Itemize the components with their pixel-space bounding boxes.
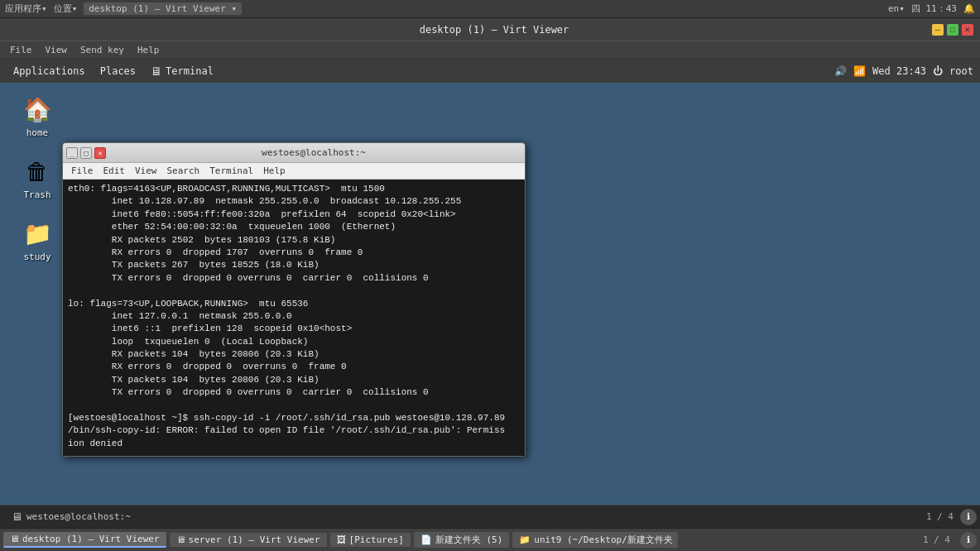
taskbar-terminal-icon: 🖥 [10,510,23,524]
terminal-maximize-btn[interactable]: □ [80,147,92,159]
terminal-line-12: inet6 ::1 prefixlen 128 scopeid 0x10<hos… [68,323,520,335]
guest-taskbar-info-btn[interactable]: ℹ [960,509,977,525]
guest-desktop: Applications Places 🖥 Terminal 🔊 📶 Wed 2… [0,60,980,528]
guest-user-label: root [949,65,973,77]
terminal-line-9 [68,285,520,297]
terminal-line-19: [westoes@localhost ~]$ ssh-copy-id -i /r… [68,412,520,424]
host-taskbar-server-label: server (1) – Virt Viewer [189,534,320,545]
host-taskbar-files1-label: 新建文件夹 (5) [435,534,503,546]
home-folder-label: home [26,127,49,138]
terminal-line-1: eth0: flags=4163<UP,BROADCAST,RUNNING,MU… [68,183,520,195]
host-topbar-left: 应用程序▾ 位置▾ desktop (1) – Virt Viewer ▾ [5,2,242,15]
host-taskbar-server[interactable]: 🖥 server (1) – Virt Viewer [170,533,327,547]
guest-clock: Wed 23:43 [872,65,926,77]
host-notify-icon[interactable]: 🔔 [963,3,975,14]
host-window-title-menu[interactable]: desktop (1) – Virt Viewer ▾ [84,2,242,15]
terminal-line-21: ion denied [68,438,520,450]
host-taskbar: 🖥 desktop (1) – Virt Viewer 🖥 server (1)… [0,528,980,551]
terminal-window-controls: _ □ ✕ [66,147,106,159]
terminal-menu-help[interactable]: Help [258,165,291,177]
terminal-menu-edit[interactable]: Edit [98,165,131,177]
terminal-line-5: RX packets 2502 bytes 180103 (175.8 KiB) [68,234,520,247]
terminal-minimize-btn[interactable]: _ [66,147,78,159]
guest-taskbar: 🖥 westoes@localhost:~ 1 / 4 ℹ [0,505,980,528]
guest-panel-right: 🔊 📶 Wed 23:43 ⏻ root [834,65,973,77]
terminal-line-2: inet 10.128.97.89 netmask 255.255.0.0 br… [68,195,520,208]
host-taskbar-files2[interactable]: 📁 unit9 (~/Desktop/新建文件夹 (5))... [512,532,678,548]
host-taskbar-pictures-label: [Pictures] [349,534,404,545]
terminal-close-btn[interactable]: ✕ [94,147,106,159]
terminal-icon: 🖥 [151,65,162,78]
guest-volume-icon[interactable]: 🔊 [834,65,847,77]
virt-menu-view[interactable]: View [39,43,74,57]
desktop-icon-trash[interactable]: 🗑 Trash [8,155,66,200]
terminal-line-18 [68,400,520,412]
host-taskbar-desktop-icon: 🖥 [10,534,19,544]
maximize-button[interactable]: □ [947,24,958,36]
guest-applications-menu[interactable]: Applications [7,64,92,79]
terminal-menu-search[interactable]: Search [162,165,205,177]
guest-panel-left: Applications Places 🖥 Terminal [7,63,220,79]
host-app-menu[interactable]: 应用程序▾ [5,2,47,15]
guest-terminal-menu[interactable]: 🖥 Terminal [144,63,220,79]
trash-icon: 🗑 [21,155,54,188]
terminal-line-16: TX packets 104 bytes 20806 (20.3 KiB) [68,374,520,386]
host-topbar: 应用程序▾ 位置▾ desktop (1) – Virt Viewer ▾ en… [0,0,980,18]
terminal-menubar: File Edit View Search Terminal Help [63,163,525,180]
trash-label: Trash [23,189,50,200]
host-taskbar-pictures-icon: 🖼 [337,534,346,545]
virt-viewer-titlebar: desktop (1) – Virt Viewer ─ □ ✕ [0,18,980,41]
taskbar-terminal-label: westoes@localhost:~ [26,511,131,522]
close-button[interactable]: ✕ [962,24,973,36]
terminal-menu-file[interactable]: File [66,165,98,177]
guest-taskbar-pager: 1 / 4 [920,511,960,522]
terminal-line-20: /bin/ssh-copy-id: ERROR: failed to open … [68,424,520,437]
terminal-line-10: lo: flags=73<UP,LOOPBACK,RUNNING> mtu 65… [68,298,520,310]
terminal-content[interactable]: eth0: flags=4163<UP,BROADCAST,RUNNING,MU… [63,180,525,456]
guest-area: Applications Places 🖥 Terminal 🔊 📶 Wed 2… [0,60,980,528]
guest-power-icon[interactable]: ⏻ [933,65,943,77]
terminal-window: _ □ ✕ westoes@localhost:~ File Edit View… [62,142,526,457]
guest-network-icon[interactable]: 📶 [853,65,866,77]
host-taskbar-pictures[interactable]: 🖼 [Pictures] [330,533,411,547]
virt-viewer-window-controls: ─ □ ✕ [932,24,973,36]
host-places-menu[interactable]: 位置▾ [54,2,78,15]
virt-viewer-menubar: File View Send key Help [0,41,980,60]
host-clock: 四 11：43 [911,2,957,15]
terminal-line-13: loop txqueuelen 0 (Local Loopback) [68,336,520,348]
host-taskbar-files1[interactable]: 📄 新建文件夹 (5) [414,532,510,548]
virt-viewer-window: desktop (1) – Virt Viewer ─ □ ✕ File Vie… [0,18,980,528]
host-topbar-right: en▾ 四 11：43 🔔 [888,2,975,15]
terminal-line-8: TX errors 0 dropped 0 overruns 0 carrier… [68,272,520,285]
terminal-line-3: inet6 fe80::5054:ff:fe00:320a prefixlen … [68,208,520,221]
host-taskbar-info-btn[interactable]: ℹ [960,532,977,549]
guest-places-menu[interactable]: Places [94,64,142,79]
guest-panel: Applications Places 🖥 Terminal 🔊 📶 Wed 2… [0,60,980,83]
host-taskbar-server-icon: 🖥 [176,534,185,545]
terminal-line-17: TX errors 0 dropped 0 overruns 0 carrier… [68,386,520,399]
virt-menu-help[interactable]: Help [131,43,166,57]
study-folder-icon: 📁 [21,217,54,250]
terminal-titlebar: _ □ ✕ westoes@localhost:~ [63,143,525,163]
terminal-line-14: RX packets 104 bytes 20806 (20.3 KiB) [68,348,520,361]
host-taskbar-desktop-label: desktop (1) – Virt Viewer [22,534,160,544]
desktop-icons: 🏠 home 🗑 Trash 📁 study [8,93,66,262]
terminal-menu-terminal[interactable]: Terminal [204,165,258,177]
host-taskbar-files2-label: unit9 (~/Desktop/新建文件夹 (5))... [534,534,678,546]
terminal-line-4: ether 52:54:00:00:32:0a txqueuelen 1000 … [68,221,520,233]
host-taskbar-desktop[interactable]: 🖥 desktop (1) – Virt Viewer [3,532,166,548]
terminal-line-11: inet 127.0.0.1 netmask 255.0.0.0 [68,310,520,323]
terminal-line-22 [68,450,520,456]
host-taskbar-pager: 1 / 4 [916,534,957,545]
terminal-menu-view[interactable]: View [130,165,162,177]
virt-viewer-title: desktop (1) – Virt Viewer [56,24,932,36]
virt-menu-file[interactable]: File [3,43,39,57]
desktop-icon-study[interactable]: 📁 study [8,217,66,262]
host-taskbar-files2-icon: 📁 [519,534,531,545]
terminal-line-6: RX errors 0 dropped 1707 overruns 0 fram… [68,247,520,259]
desktop-icon-home[interactable]: 🏠 home [8,93,66,138]
host-lang[interactable]: en▾ [888,3,905,14]
guest-taskbar-item-terminal[interactable]: 🖥 westoes@localhost:~ [3,509,137,525]
minimize-button[interactable]: ─ [932,24,944,36]
virt-menu-sendkey[interactable]: Send key [74,43,131,57]
